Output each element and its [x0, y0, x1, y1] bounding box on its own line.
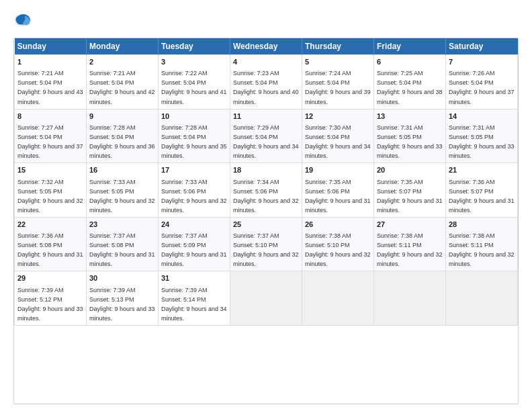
day-content: Sunrise: 7:28 AMSunset: 5:04 PMDaylight:…	[161, 124, 227, 159]
day-cell: 6Sunrise: 7:25 AMSunset: 5:04 PMDaylight…	[374, 55, 446, 109]
day-cell: 28Sunrise: 7:38 AMSunset: 5:11 PMDayligh…	[446, 217, 518, 271]
day-cell: 15Sunrise: 7:32 AMSunset: 5:05 PMDayligh…	[15, 163, 87, 218]
day-cell: 9Sunrise: 7:28 AMSunset: 5:04 PMDaylight…	[87, 109, 159, 163]
day-cell: 27Sunrise: 7:38 AMSunset: 5:11 PMDayligh…	[374, 217, 446, 271]
day-cell: 22Sunrise: 7:36 AMSunset: 5:08 PMDayligh…	[15, 217, 87, 271]
col-header-thursday: Thursday	[302, 38, 374, 55]
day-cell: 31Sunrise: 7:39 AMSunset: 5:14 PMDayligh…	[159, 271, 230, 326]
day-number: 28	[449, 220, 515, 230]
day-cell: 7Sunrise: 7:26 AMSunset: 5:04 PMDaylight…	[446, 55, 518, 109]
day-number: 31	[161, 273, 227, 283]
day-cell: 14Sunrise: 7:31 AMSunset: 5:05 PMDayligh…	[446, 109, 518, 163]
day-number: 27	[377, 220, 443, 230]
day-cell: 19Sunrise: 7:35 AMSunset: 5:06 PMDayligh…	[302, 163, 374, 218]
day-number: 22	[17, 220, 83, 230]
day-number: 2	[89, 57, 155, 67]
day-content: Sunrise: 7:21 AMSunset: 5:04 PMDaylight:…	[17, 70, 83, 105]
day-cell: 3Sunrise: 7:22 AMSunset: 5:04 PMDaylight…	[159, 55, 230, 109]
day-number: 13	[377, 111, 443, 122]
day-content: Sunrise: 7:24 AMSunset: 5:04 PMDaylight:…	[305, 70, 371, 105]
day-cell	[446, 271, 518, 326]
col-header-tuesday: Tuesday	[159, 38, 230, 55]
day-number: 29	[17, 273, 83, 283]
day-number: 7	[449, 57, 515, 67]
day-cell: 17Sunrise: 7:33 AMSunset: 5:06 PMDayligh…	[159, 163, 230, 218]
day-cell: 21Sunrise: 7:36 AMSunset: 5:07 PMDayligh…	[446, 163, 518, 218]
day-cell: 8Sunrise: 7:27 AMSunset: 5:04 PMDaylight…	[15, 109, 87, 163]
day-number: 9	[89, 111, 155, 122]
day-content: Sunrise: 7:39 AMSunset: 5:14 PMDaylight:…	[161, 287, 227, 322]
header	[13, 11, 519, 32]
day-cell: 24Sunrise: 7:37 AMSunset: 5:09 PMDayligh…	[159, 217, 230, 271]
day-cell: 29Sunrise: 7:39 AMSunset: 5:12 PMDayligh…	[15, 271, 87, 326]
day-content: Sunrise: 7:27 AMSunset: 5:04 PMDaylight:…	[17, 124, 83, 159]
day-content: Sunrise: 7:36 AMSunset: 5:08 PMDaylight:…	[17, 232, 83, 267]
week-row-2: 8Sunrise: 7:27 AMSunset: 5:04 PMDaylight…	[15, 109, 518, 163]
day-number: 15	[17, 165, 83, 175]
week-row-4: 22Sunrise: 7:36 AMSunset: 5:08 PMDayligh…	[15, 217, 518, 271]
day-number: 10	[161, 111, 227, 122]
day-content: Sunrise: 7:31 AMSunset: 5:05 PMDaylight:…	[377, 124, 443, 159]
day-content: Sunrise: 7:31 AMSunset: 5:05 PMDaylight:…	[449, 124, 515, 159]
page: SundayMondayTuesdayWednesdayThursdayFrid…	[0, 0, 532, 411]
day-cell: 10Sunrise: 7:28 AMSunset: 5:04 PMDayligh…	[159, 109, 230, 163]
day-content: Sunrise: 7:38 AMSunset: 5:11 PMDaylight:…	[449, 232, 515, 267]
col-header-saturday: Saturday	[446, 38, 518, 55]
day-number: 3	[161, 57, 227, 67]
day-cell: 4Sunrise: 7:23 AMSunset: 5:04 PMDaylight…	[230, 55, 302, 109]
day-number: 8	[17, 111, 83, 122]
col-header-sunday: Sunday	[15, 38, 87, 55]
day-content: Sunrise: 7:23 AMSunset: 5:04 PMDaylight:…	[233, 70, 299, 105]
col-header-monday: Monday	[87, 38, 159, 55]
day-cell: 16Sunrise: 7:33 AMSunset: 5:05 PMDayligh…	[87, 163, 159, 218]
day-content: Sunrise: 7:26 AMSunset: 5:04 PMDaylight:…	[449, 70, 515, 105]
day-content: Sunrise: 7:32 AMSunset: 5:05 PMDaylight:…	[17, 179, 83, 214]
calendar-table: SundayMondayTuesdayWednesdayThursdayFrid…	[14, 38, 518, 326]
day-number: 21	[449, 165, 515, 175]
day-content: Sunrise: 7:30 AMSunset: 5:04 PMDaylight:…	[305, 124, 371, 159]
calendar: SundayMondayTuesdayWednesdayThursdayFrid…	[13, 38, 519, 404]
day-number: 14	[449, 111, 515, 122]
day-cell: 26Sunrise: 7:38 AMSunset: 5:10 PMDayligh…	[302, 217, 374, 271]
day-number: 24	[161, 220, 227, 230]
day-number: 30	[89, 273, 155, 283]
col-header-wednesday: Wednesday	[230, 38, 302, 55]
day-number: 18	[233, 165, 299, 175]
day-cell	[302, 271, 374, 326]
day-content: Sunrise: 7:33 AMSunset: 5:06 PMDaylight:…	[161, 179, 227, 214]
day-cell: 11Sunrise: 7:29 AMSunset: 5:04 PMDayligh…	[230, 109, 302, 163]
day-cell: 2Sunrise: 7:21 AMSunset: 5:04 PMDaylight…	[87, 55, 159, 109]
day-cell: 1Sunrise: 7:21 AMSunset: 5:04 PMDaylight…	[15, 55, 87, 109]
day-content: Sunrise: 7:36 AMSunset: 5:07 PMDaylight:…	[449, 179, 515, 214]
day-content: Sunrise: 7:29 AMSunset: 5:04 PMDaylight:…	[233, 124, 299, 159]
day-content: Sunrise: 7:39 AMSunset: 5:13 PMDaylight:…	[89, 287, 155, 322]
day-content: Sunrise: 7:28 AMSunset: 5:04 PMDaylight:…	[89, 124, 155, 159]
header-row: SundayMondayTuesdayWednesdayThursdayFrid…	[15, 38, 518, 55]
col-header-friday: Friday	[374, 38, 446, 55]
day-number: 20	[377, 165, 443, 175]
logo-icon	[13, 11, 32, 32]
day-content: Sunrise: 7:33 AMSunset: 5:05 PMDaylight:…	[89, 179, 155, 214]
day-content: Sunrise: 7:21 AMSunset: 5:04 PMDaylight:…	[89, 70, 155, 105]
day-cell: 12Sunrise: 7:30 AMSunset: 5:04 PMDayligh…	[302, 109, 374, 163]
week-row-5: 29Sunrise: 7:39 AMSunset: 5:12 PMDayligh…	[15, 271, 518, 326]
day-content: Sunrise: 7:37 AMSunset: 5:09 PMDaylight:…	[161, 232, 227, 267]
day-content: Sunrise: 7:34 AMSunset: 5:06 PMDaylight:…	[233, 179, 299, 214]
day-number: 19	[305, 165, 371, 175]
day-number: 26	[305, 220, 371, 230]
day-cell: 13Sunrise: 7:31 AMSunset: 5:05 PMDayligh…	[374, 109, 446, 163]
logo	[13, 11, 35, 32]
day-number: 17	[161, 165, 227, 175]
week-row-3: 15Sunrise: 7:32 AMSunset: 5:05 PMDayligh…	[15, 163, 518, 218]
day-number: 11	[233, 111, 299, 122]
day-cell: 25Sunrise: 7:37 AMSunset: 5:10 PMDayligh…	[230, 217, 302, 271]
day-cell	[230, 271, 302, 326]
day-number: 16	[89, 165, 155, 175]
day-content: Sunrise: 7:22 AMSunset: 5:04 PMDaylight:…	[161, 70, 227, 105]
day-number: 5	[305, 57, 371, 67]
day-cell: 23Sunrise: 7:37 AMSunset: 5:08 PMDayligh…	[87, 217, 159, 271]
day-cell: 18Sunrise: 7:34 AMSunset: 5:06 PMDayligh…	[230, 163, 302, 218]
day-number: 12	[305, 111, 371, 122]
day-content: Sunrise: 7:39 AMSunset: 5:12 PMDaylight:…	[17, 287, 83, 322]
day-number: 1	[17, 57, 83, 67]
